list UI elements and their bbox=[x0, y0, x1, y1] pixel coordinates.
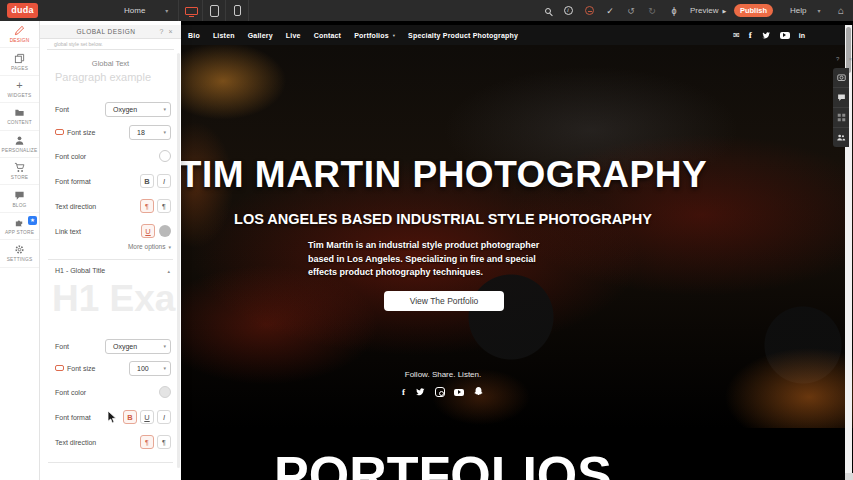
developer-mode-button[interactable]: ϕ bbox=[665, 0, 683, 21]
h1-sample-text: H1 Exa bbox=[52, 278, 181, 320]
preview-button[interactable]: Preview ▶ bbox=[690, 0, 726, 21]
paragraph-font-color-swatch[interactable] bbox=[159, 150, 171, 162]
sidebar-item-settings[interactable]: SETTINGS bbox=[0, 240, 39, 267]
play-icon: ▶ bbox=[722, 8, 726, 14]
team-button[interactable] bbox=[833, 128, 849, 147]
desktop-view-button[interactable] bbox=[180, 0, 202, 21]
hero-title[interactable]: TIM MARTIN PHOTOGRAPHY bbox=[181, 154, 707, 196]
mobile-view-button[interactable] bbox=[226, 0, 248, 21]
panel-scrollbar[interactable] bbox=[177, 53, 180, 468]
snapchat-icon[interactable] bbox=[473, 383, 484, 401]
panel-close-button[interactable]: × bbox=[166, 28, 175, 35]
chevron-down-icon: ▾ bbox=[163, 106, 166, 112]
more-options-link[interactable]: More options ▾ bbox=[128, 243, 171, 250]
duda-logo[interactable]: duda bbox=[7, 3, 38, 18]
rtl-direction-button[interactable]: ¶ bbox=[157, 199, 171, 213]
info-button[interactable]: i bbox=[559, 0, 577, 21]
paragraph-font-select[interactable]: Oxygen ▾ bbox=[105, 102, 171, 117]
bold-button[interactable]: B bbox=[140, 174, 154, 188]
sidebar-item-pages[interactable]: PAGES bbox=[0, 48, 39, 75]
link-underline-button[interactable]: U bbox=[141, 224, 155, 238]
dashboard-home-button[interactable]: ⌂ bbox=[834, 0, 848, 21]
nav-link-specialty[interactable]: Specialty Product Photography bbox=[408, 32, 518, 39]
bold-button[interactable]: B bbox=[123, 410, 137, 424]
comment-icon bbox=[837, 93, 846, 102]
help-icon[interactable]: ? bbox=[836, 56, 839, 62]
underline-button[interactable]: U bbox=[140, 410, 154, 424]
sidebar-item-widgets[interactable]: + WIDGETS bbox=[0, 76, 39, 103]
search-button[interactable] bbox=[539, 0, 557, 21]
nav-link-bio[interactable]: Bio bbox=[188, 32, 200, 39]
facebook-icon[interactable]: f bbox=[749, 30, 752, 40]
close-icon[interactable]: × bbox=[848, 56, 852, 62]
portfolios-heading[interactable]: PORTFOLIOS bbox=[274, 445, 612, 480]
saved-check-button[interactable]: ✓ bbox=[601, 0, 619, 21]
comments-button[interactable] bbox=[833, 88, 849, 108]
rtl-direction-button[interactable]: ¶ bbox=[157, 435, 171, 449]
sidebar-item-blog[interactable]: BLOG bbox=[0, 185, 39, 212]
sidebar-item-label: PAGES bbox=[11, 66, 28, 71]
redo-button[interactable]: ↻ bbox=[643, 0, 661, 21]
font-size-value: 18 bbox=[137, 129, 145, 136]
nav-link-gallery[interactable]: Gallery bbox=[248, 32, 273, 39]
sidebar-item-store[interactable]: STORE bbox=[0, 158, 39, 185]
nav-link-listen[interactable]: Listen bbox=[213, 32, 235, 39]
ltr-direction-button[interactable]: ¶ bbox=[140, 199, 154, 213]
hero-paragraph[interactable]: Tim Martin is an industrial style produc… bbox=[308, 239, 566, 280]
panel-card-edge bbox=[47, 49, 174, 50]
scrolled-clipped-text: global style set below. bbox=[54, 41, 103, 47]
paragraph-font-size-select[interactable]: 18 ▾ bbox=[129, 125, 171, 140]
email-icon[interactable]: ✉ bbox=[733, 31, 740, 40]
site-scrollbar-thumb[interactable] bbox=[846, 27, 851, 73]
sidebar-item-design[interactable]: DESIGN bbox=[0, 21, 39, 48]
h1-font-color-swatch[interactable] bbox=[159, 386, 171, 398]
undo-button[interactable]: ↺ bbox=[622, 0, 640, 21]
italic-button[interactable]: I bbox=[157, 410, 171, 424]
sidebar-item-label: SETTINGS bbox=[7, 257, 33, 262]
pages-icon bbox=[14, 53, 25, 64]
sidebar-item-app-store[interactable]: APP STORE ★ bbox=[0, 213, 39, 240]
youtube-icon[interactable] bbox=[780, 32, 790, 39]
hero-section-background[interactable] bbox=[181, 45, 853, 428]
h1-font-size-select[interactable]: 100 ▾ bbox=[129, 361, 171, 376]
twitter-icon[interactable] bbox=[414, 383, 426, 401]
sections-button[interactable] bbox=[833, 108, 849, 128]
help-menu[interactable]: Help ▾ bbox=[790, 0, 820, 21]
desktop-icon bbox=[185, 7, 198, 15]
sidebar-item-personalize[interactable]: PERSONALIZE bbox=[0, 131, 39, 158]
page-selector[interactable]: Home ▾ bbox=[124, 0, 168, 21]
portfolios-section[interactable]: PORTFOLIOS bbox=[181, 428, 853, 480]
italic-button[interactable]: I bbox=[157, 174, 171, 188]
ltr-direction-button[interactable]: ¶ bbox=[140, 435, 154, 449]
insights-button[interactable] bbox=[580, 0, 598, 21]
follow-caption[interactable]: Follow. Share. Listen. bbox=[405, 370, 481, 379]
panel-help-button[interactable]: ? bbox=[157, 28, 166, 35]
publish-button[interactable]: Publish bbox=[734, 4, 773, 17]
nav-link-contact[interactable]: Contact bbox=[314, 32, 341, 39]
floating-toolbar-header: ? × bbox=[836, 56, 852, 62]
linkedin-icon[interactable]: in bbox=[799, 32, 805, 39]
chevron-down-icon: ▾ bbox=[393, 33, 395, 38]
hero-social-icons: f bbox=[402, 383, 484, 401]
orange-circle-dash-icon bbox=[585, 6, 594, 15]
twitter-icon[interactable] bbox=[761, 26, 771, 44]
h1-font-select[interactable]: Oxygen ▾ bbox=[105, 339, 171, 354]
chevron-down-icon: ▾ bbox=[817, 7, 820, 14]
nav-link-live[interactable]: Live bbox=[286, 32, 301, 39]
people-icon bbox=[836, 133, 846, 142]
sidebar-item-content[interactable]: CONTENT bbox=[0, 103, 39, 130]
youtube-icon[interactable] bbox=[454, 389, 464, 396]
nav-link-portfolios[interactable]: Portfolios bbox=[354, 32, 389, 39]
view-portfolio-button[interactable]: View The Portfolio bbox=[384, 291, 504, 311]
link-color-swatch[interactable] bbox=[159, 225, 171, 237]
site-preview-canvas[interactable]: Bio Listen Gallery Live Contact Portfoli… bbox=[181, 21, 853, 480]
instagram-icon[interactable] bbox=[435, 387, 445, 397]
media-button[interactable] bbox=[833, 68, 849, 88]
hero-subtitle[interactable]: LOS ANGELES BASED INDUSTRIAL STYLE PHOTO… bbox=[234, 211, 652, 227]
facebook-icon[interactable]: f bbox=[402, 387, 405, 397]
tablet-view-button[interactable] bbox=[203, 0, 225, 21]
h1-section-heading: H1 - Global Title bbox=[55, 267, 105, 274]
font-label: Font bbox=[55, 343, 105, 350]
font-size-label: Font size bbox=[55, 129, 129, 136]
chevron-up-icon[interactable]: ▴ bbox=[167, 268, 170, 274]
